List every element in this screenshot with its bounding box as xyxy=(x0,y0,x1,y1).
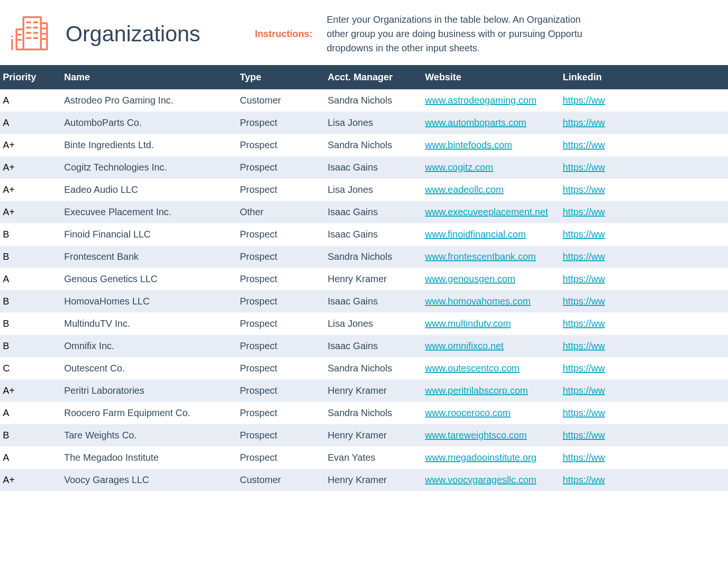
website-link[interactable]: www.rooceroco.com xyxy=(425,408,511,418)
website-link[interactable]: www.megadooinstitute.org xyxy=(425,452,537,463)
cell-type[interactable]: Prospect xyxy=(235,134,323,156)
cell-name[interactable]: Outescent Co. xyxy=(59,357,235,380)
cell-priority[interactable]: A+ xyxy=(0,201,59,223)
table-row[interactable]: BHomovaHomes LLCProspectIsaac Gainswww.h… xyxy=(0,290,728,313)
table-row[interactable]: ARoocero Farm Equipment Co.ProspectSandr… xyxy=(0,402,728,424)
cell-priority[interactable]: A+ xyxy=(0,469,59,491)
website-link[interactable]: www.bintefoods.com xyxy=(425,140,512,150)
table-row[interactable]: A+Binte Ingredients Ltd.ProspectSandra N… xyxy=(0,134,728,156)
cell-name[interactable]: Voocy Garages LLC xyxy=(59,469,235,491)
cell-name[interactable]: HomovaHomes LLC xyxy=(59,290,235,313)
table-row[interactable]: COutescent Co.ProspectSandra Nicholswww.… xyxy=(0,357,728,380)
cell-manager[interactable]: Evan Yates xyxy=(323,446,420,469)
table-row[interactable]: AAstrodeo Pro Gaming Inc.CustomerSandra … xyxy=(0,89,728,112)
cell-type[interactable]: Prospect xyxy=(235,380,323,402)
cell-priority[interactable]: B xyxy=(0,223,59,246)
cell-name[interactable]: Omnifix Inc. xyxy=(59,335,235,357)
cell-priority[interactable]: B xyxy=(0,313,59,335)
cell-type[interactable]: Other xyxy=(235,201,323,223)
cell-priority[interactable]: A xyxy=(0,446,59,469)
cell-manager[interactable]: Sandra Nichols xyxy=(323,402,420,424)
linkedin-link[interactable]: https://ww xyxy=(563,363,605,373)
website-link[interactable]: www.tareweightsco.com xyxy=(425,430,527,440)
linkedin-link[interactable]: https://ww xyxy=(563,452,605,463)
cell-type[interactable]: Prospect xyxy=(235,223,323,246)
cell-type[interactable]: Prospect xyxy=(235,156,323,179)
cell-priority[interactable]: A+ xyxy=(0,156,59,179)
cell-type[interactable]: Prospect xyxy=(235,179,323,201)
cell-manager[interactable]: Henry Kramer xyxy=(323,469,420,491)
cell-type[interactable]: Prospect xyxy=(235,424,323,446)
table-row[interactable]: A+Execuvee Placement Inc.OtherIsaac Gain… xyxy=(0,201,728,223)
cell-type[interactable]: Prospect xyxy=(235,446,323,469)
linkedin-link[interactable]: https://ww xyxy=(563,229,605,239)
website-link[interactable]: www.astrodeogaming.com xyxy=(425,95,537,105)
linkedin-link[interactable]: https://ww xyxy=(563,251,605,262)
cell-priority[interactable]: B xyxy=(0,290,59,313)
website-link[interactable]: www.peritrilabscorp.com xyxy=(425,385,528,396)
cell-priority[interactable]: A xyxy=(0,89,59,112)
cell-name[interactable]: AutomboParts Co. xyxy=(59,112,235,134)
cell-name[interactable]: Genous Genetics LLC xyxy=(59,268,235,290)
table-row[interactable]: BTare Weights Co.ProspectHenry Kramerwww… xyxy=(0,424,728,446)
cell-name[interactable]: Peritri Laboratories xyxy=(59,380,235,402)
cell-manager[interactable]: Sandra Nichols xyxy=(323,246,420,268)
col-header-website[interactable]: Website xyxy=(420,65,558,89)
website-link[interactable]: www.automboparts.com xyxy=(425,117,526,128)
cell-manager[interactable]: Isaac Gains xyxy=(323,290,420,313)
table-row[interactable]: AGenous Genetics LLCProspectHenry Kramer… xyxy=(0,268,728,290)
linkedin-link[interactable]: https://ww xyxy=(563,140,605,150)
website-link[interactable]: www.homovahomes.com xyxy=(425,296,530,306)
cell-priority[interactable]: A xyxy=(0,112,59,134)
cell-name[interactable]: Finoid Financial LLC xyxy=(59,223,235,246)
website-link[interactable]: www.voocygaragesllc.com xyxy=(425,475,537,485)
linkedin-link[interactable]: https://ww xyxy=(563,274,605,284)
cell-type[interactable]: Prospect xyxy=(235,290,323,313)
cell-priority[interactable]: A+ xyxy=(0,179,59,201)
cell-priority[interactable]: C xyxy=(0,357,59,380)
col-header-name[interactable]: Name xyxy=(59,65,235,89)
cell-manager[interactable]: Isaac Gains xyxy=(323,156,420,179)
cell-name[interactable]: Roocero Farm Equipment Co. xyxy=(59,402,235,424)
table-row[interactable]: BOmnifix Inc.ProspectIsaac Gainswww.omni… xyxy=(0,335,728,357)
linkedin-link[interactable]: https://ww xyxy=(563,318,605,329)
website-link[interactable]: www.finoidfinancial.com xyxy=(425,229,526,239)
cell-priority[interactable]: A xyxy=(0,402,59,424)
website-link[interactable]: www.multindutv.com xyxy=(425,318,511,329)
cell-type[interactable]: Prospect xyxy=(235,246,323,268)
col-header-manager[interactable]: Acct. Manager xyxy=(323,65,420,89)
cell-priority[interactable]: B xyxy=(0,335,59,357)
linkedin-link[interactable]: https://ww xyxy=(563,95,605,105)
cell-manager[interactable]: Sandra Nichols xyxy=(323,134,420,156)
cell-manager[interactable]: Henry Kramer xyxy=(323,424,420,446)
cell-name[interactable]: Execuvee Placement Inc. xyxy=(59,201,235,223)
cell-type[interactable]: Prospect xyxy=(235,335,323,357)
cell-type[interactable]: Prospect xyxy=(235,357,323,380)
cell-manager[interactable]: Isaac Gains xyxy=(323,335,420,357)
website-link[interactable]: www.outescentco.com xyxy=(425,363,520,373)
cell-name[interactable]: MultinduTV Inc. xyxy=(59,313,235,335)
linkedin-link[interactable]: https://ww xyxy=(563,408,605,418)
website-link[interactable]: www.cogitz.com xyxy=(425,162,493,172)
cell-priority[interactable]: B xyxy=(0,424,59,446)
cell-type[interactable]: Prospect xyxy=(235,313,323,335)
table-row[interactable]: A+Peritri LaboratoriesProspectHenry Kram… xyxy=(0,380,728,402)
cell-type[interactable]: Prospect xyxy=(235,268,323,290)
linkedin-link[interactable]: https://ww xyxy=(563,385,605,396)
cell-name[interactable]: Astrodeo Pro Gaming Inc. xyxy=(59,89,235,112)
cell-manager[interactable]: Isaac Gains xyxy=(323,223,420,246)
cell-type[interactable]: Prospect xyxy=(235,402,323,424)
cell-name[interactable]: The Megadoo Institute xyxy=(59,446,235,469)
website-link[interactable]: www.genousgen.com xyxy=(425,274,515,284)
cell-manager[interactable]: Henry Kramer xyxy=(323,380,420,402)
col-header-linkedin[interactable]: Linkedin xyxy=(558,65,728,89)
cell-manager[interactable]: Sandra Nichols xyxy=(323,89,420,112)
col-header-type[interactable]: Type xyxy=(235,65,323,89)
cell-name[interactable]: Tare Weights Co. xyxy=(59,424,235,446)
linkedin-link[interactable]: https://ww xyxy=(563,430,605,440)
cell-name[interactable]: Cogitz Technologies Inc. xyxy=(59,156,235,179)
cell-priority[interactable]: A xyxy=(0,268,59,290)
table-row[interactable]: A+Eadeo Audio LLCProspectLisa Joneswww.e… xyxy=(0,179,728,201)
table-row[interactable]: BFinoid Financial LLCProspectIsaac Gains… xyxy=(0,223,728,246)
cell-type[interactable]: Customer xyxy=(235,469,323,491)
